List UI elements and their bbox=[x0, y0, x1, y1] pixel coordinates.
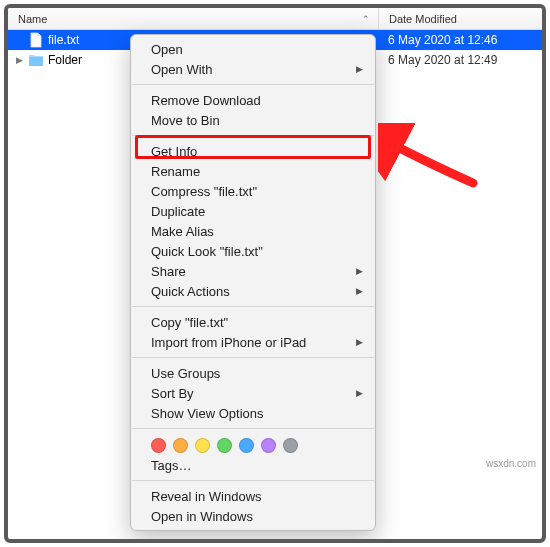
menu-item-duplicate[interactable]: Duplicate bbox=[131, 201, 375, 221]
tag-dot-yellow[interactable] bbox=[195, 438, 210, 453]
menu-label: Quick Look "file.txt" bbox=[151, 244, 263, 259]
menu-item-open-with[interactable]: Open With bbox=[131, 59, 375, 79]
menu-item-remove-download[interactable]: Remove Download bbox=[131, 90, 375, 110]
tag-dot-purple[interactable] bbox=[261, 438, 276, 453]
menu-item-compress[interactable]: Compress "file.txt" bbox=[131, 181, 375, 201]
annotation-arrow-icon bbox=[378, 123, 478, 203]
menu-item-tags[interactable]: Tags… bbox=[131, 455, 375, 475]
menu-item-sort-by[interactable]: Sort By bbox=[131, 383, 375, 403]
item-name: Folder bbox=[48, 53, 82, 67]
menu-label: Rename bbox=[151, 164, 200, 179]
menu-separator bbox=[132, 135, 374, 136]
menu-separator bbox=[132, 306, 374, 307]
menu-item-move-to-bin[interactable]: Move to Bin bbox=[131, 110, 375, 130]
menu-label: Remove Download bbox=[151, 93, 261, 108]
menu-item-quick-actions[interactable]: Quick Actions bbox=[131, 281, 375, 301]
menu-separator bbox=[132, 84, 374, 85]
menu-label: Copy "file.txt" bbox=[151, 315, 228, 330]
menu-label: Open With bbox=[151, 62, 212, 77]
menu-label: Reveal in Windows bbox=[151, 489, 262, 504]
menu-item-open[interactable]: Open bbox=[131, 39, 375, 59]
menu-label: Tags… bbox=[151, 458, 191, 473]
menu-item-share[interactable]: Share bbox=[131, 261, 375, 281]
column-label: Name bbox=[18, 13, 47, 25]
tag-dot-green[interactable] bbox=[217, 438, 232, 453]
menu-label: Share bbox=[151, 264, 186, 279]
sort-caret-icon: ⌃ bbox=[362, 14, 370, 24]
menu-separator bbox=[132, 428, 374, 429]
menu-label: Duplicate bbox=[151, 204, 205, 219]
disclosure-triangle-icon[interactable]: ▶ bbox=[14, 55, 24, 65]
menu-item-open-in-windows[interactable]: Open in Windows bbox=[131, 506, 375, 526]
item-date: 6 May 2020 at 12:46 bbox=[378, 33, 542, 47]
column-header-name[interactable]: Name ⌃ bbox=[8, 13, 378, 25]
menu-item-use-groups[interactable]: Use Groups bbox=[131, 363, 375, 383]
menu-label: Show View Options bbox=[151, 406, 264, 421]
column-header-date[interactable]: Date Modified bbox=[378, 8, 542, 29]
menu-label: Open in Windows bbox=[151, 509, 253, 524]
menu-label: Move to Bin bbox=[151, 113, 220, 128]
finder-window: Name ⌃ Date Modified file.txt 6 May 2020… bbox=[4, 4, 546, 543]
menu-item-make-alias[interactable]: Make Alias bbox=[131, 221, 375, 241]
tag-dot-red[interactable] bbox=[151, 438, 166, 453]
file-icon bbox=[28, 32, 44, 48]
menu-label: Sort By bbox=[151, 386, 194, 401]
folder-icon bbox=[28, 52, 44, 68]
menu-item-get-info[interactable]: Get Info bbox=[131, 141, 375, 161]
tag-dot-gray[interactable] bbox=[283, 438, 298, 453]
menu-tag-colors[interactable] bbox=[131, 434, 375, 455]
item-date: 6 May 2020 at 12:49 bbox=[378, 53, 542, 67]
menu-label: Open bbox=[151, 42, 183, 57]
menu-item-quick-look[interactable]: Quick Look "file.txt" bbox=[131, 241, 375, 261]
menu-separator bbox=[132, 480, 374, 481]
tag-dot-blue[interactable] bbox=[239, 438, 254, 453]
menu-label: Import from iPhone or iPad bbox=[151, 335, 306, 350]
menu-label: Make Alias bbox=[151, 224, 214, 239]
context-menu: Open Open With Remove Download Move to B… bbox=[130, 34, 376, 531]
column-header: Name ⌃ Date Modified bbox=[8, 8, 542, 30]
tag-dot-orange[interactable] bbox=[173, 438, 188, 453]
menu-label: Get Info bbox=[151, 144, 197, 159]
menu-item-copy[interactable]: Copy "file.txt" bbox=[131, 312, 375, 332]
menu-item-import[interactable]: Import from iPhone or iPad bbox=[131, 332, 375, 352]
menu-separator bbox=[132, 357, 374, 358]
menu-label: Compress "file.txt" bbox=[151, 184, 257, 199]
watermark: wsxdn.com bbox=[486, 458, 536, 469]
menu-label: Use Groups bbox=[151, 366, 220, 381]
menu-item-show-view-options[interactable]: Show View Options bbox=[131, 403, 375, 423]
menu-item-rename[interactable]: Rename bbox=[131, 161, 375, 181]
menu-label: Quick Actions bbox=[151, 284, 230, 299]
menu-item-reveal-in-windows[interactable]: Reveal in Windows bbox=[131, 486, 375, 506]
column-label: Date Modified bbox=[389, 13, 457, 25]
item-name: file.txt bbox=[48, 33, 79, 47]
